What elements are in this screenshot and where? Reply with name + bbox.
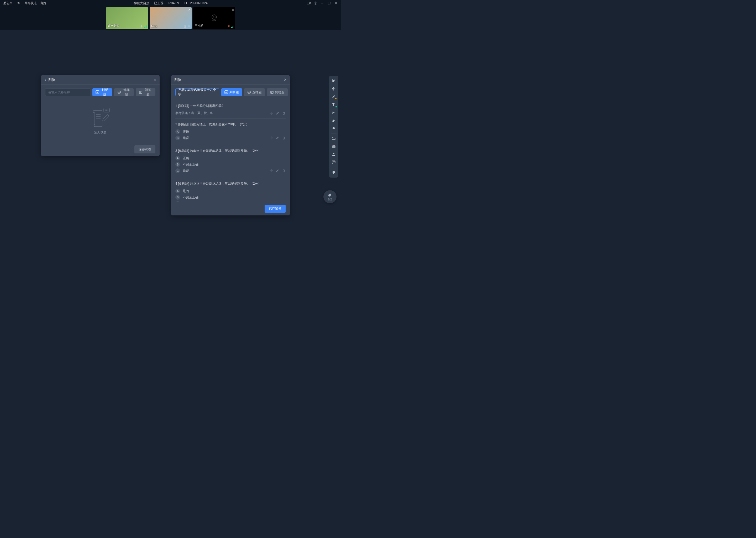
edit-icon[interactable] [276, 202, 279, 202]
svg-point-14 [118, 91, 120, 94]
svg-rect-8 [188, 25, 190, 27]
add-short-button[interactable]: 简答题 [267, 88, 288, 96]
session-id: ID：2020070324 [184, 1, 208, 6]
svg-rect-0 [307, 2, 309, 4]
delete-icon[interactable] [282, 202, 286, 202]
back-icon[interactable] [44, 79, 47, 81]
video-close-icon[interactable]: ✕ [188, 8, 191, 12]
panel-title: 测验 [48, 78, 55, 82]
top-bar: 丢包率：0% 网络状态：良好 神秘大自然 已上课：02:34:09 ID：202… [0, 0, 341, 6]
panel-close-icon[interactable]: ✕ [284, 78, 287, 82]
option-badge: B [175, 162, 180, 167]
svg-point-31 [332, 111, 333, 112]
move-icon[interactable] [269, 136, 273, 140]
edit-icon[interactable] [276, 136, 279, 140]
delete-icon[interactable] [282, 136, 286, 140]
question-item: 1 [简答题] 一年四季分别是哪四季?参考答案：春、夏、秋、冬 [175, 100, 286, 119]
expand-icon[interactable] [183, 25, 187, 28]
camera-toggle-icon[interactable] [307, 1, 311, 5]
pen-tool-icon[interactable] [330, 93, 337, 100]
svg-rect-25 [225, 91, 228, 94]
add-short-button[interactable]: 简答题 [136, 88, 155, 96]
question-item: 4 [多选题] 施华洛世奇是反华品牌，所以梁鼎琪反华。（2分）A是的B不完全正确… [175, 178, 286, 202]
bell-tool-icon[interactable] [330, 169, 337, 176]
move-icon[interactable] [269, 202, 273, 202]
add-judge-button[interactable]: 判断题 [92, 88, 112, 96]
scissors-tool-icon[interactable] [330, 109, 337, 116]
quiz-name-input[interactable] [45, 88, 90, 96]
video-strip: 叮当老师 ✕ Nina ✕ 王小明 [0, 6, 341, 30]
mic-icon [187, 25, 191, 28]
user-tool-icon[interactable] [330, 150, 337, 158]
option-text: 不完全正确 [183, 162, 199, 167]
edit-icon[interactable] [276, 169, 279, 173]
text-tool-icon[interactable]: T [330, 101, 337, 108]
question-item: 3 [单选题] 施华洛世奇是反华品牌，所以梁鼎琪反华。（2分）A正确B不完全正确… [175, 145, 286, 178]
video-tile-student[interactable]: ✕ 王小明 [193, 7, 235, 29]
folder-tool-icon[interactable] [330, 135, 337, 142]
hand-raise-button[interactable]: 0/2 [323, 190, 337, 203]
mic-muted-icon [227, 25, 230, 28]
save-quiz-button[interactable]: 保存试卷 [134, 145, 155, 153]
svg-point-24 [108, 110, 108, 110]
question-actions [269, 169, 286, 173]
svg-point-33 [333, 127, 335, 129]
delete-icon[interactable] [282, 111, 286, 115]
option-row: A正确 [175, 156, 286, 161]
move-tool-icon[interactable] [330, 85, 337, 92]
edit-icon[interactable] [276, 111, 279, 115]
option-row: C错误 [175, 168, 286, 173]
close-icon[interactable] [334, 1, 338, 5]
video-tile-teacher[interactable]: 叮当老师 [106, 7, 148, 29]
eraser-tool-icon[interactable] [330, 117, 337, 124]
gear-icon[interactable] [313, 1, 318, 5]
right-toolbar: T [329, 76, 338, 178]
empty-text: 暂无试题 [94, 130, 107, 135]
questions-scroll[interactable]: 1 [简答题] 一年四季分别是哪四季?参考答案：春、夏、秋、冬 2 [判断题] … [175, 100, 288, 202]
empty-state: 暂无试题 [45, 100, 155, 141]
option-text: 正确 [183, 130, 189, 134]
question-title: 4 [多选题] 施华洛世奇是反华品牌，所以梁鼎琪反华。（2分） [175, 181, 286, 186]
video-close-icon[interactable]: ✕ [232, 8, 234, 12]
add-choice-button[interactable]: 选择题 [114, 88, 134, 96]
add-judge-button[interactable]: 判断题 [221, 88, 242, 96]
signal-icon [231, 26, 234, 28]
move-icon[interactable] [269, 111, 273, 115]
video-tile-student[interactable]: ✕ Nina [150, 7, 192, 29]
svg-point-37 [333, 162, 333, 162]
signal-icon [144, 26, 147, 28]
svg-point-38 [333, 162, 334, 162]
svg-point-26 [248, 91, 251, 94]
class-title: 神秘大自然 [134, 1, 149, 6]
panel-close-icon[interactable]: ✕ [154, 78, 157, 82]
cursor-tool-icon[interactable] [330, 77, 337, 84]
question-title: 2 [判断题] 我国宪法上一次更新是在2020年。（2分） [175, 122, 286, 127]
toolbox-tool-icon[interactable] [330, 143, 337, 150]
svg-point-1 [315, 3, 316, 4]
video-name: 叮当老师 [108, 24, 119, 28]
minimize-icon[interactable] [320, 1, 324, 5]
option-badge: C [175, 168, 180, 173]
network-status: 网络状态：良好 [24, 1, 46, 6]
quiz-name-input[interactable]: 产品说试卷名称最多十六个字 [175, 88, 219, 96]
color-tool-icon[interactable] [330, 125, 337, 132]
svg-rect-15 [139, 91, 142, 93]
webcam-off-icon [209, 13, 219, 24]
option-badge: A [175, 129, 180, 134]
question-actions [269, 111, 286, 115]
video-name: 王小明 [195, 24, 204, 28]
add-choice-button[interactable]: 选择题 [244, 88, 265, 96]
svg-rect-5 [141, 25, 142, 27]
maximize-icon[interactable] [327, 1, 331, 5]
svg-point-35 [333, 153, 334, 154]
delete-icon[interactable] [282, 169, 286, 173]
chat-tool-icon[interactable] [330, 158, 337, 166]
save-quiz-button[interactable]: 保存试卷 [264, 205, 286, 213]
option-text: 是的 [183, 189, 189, 193]
question-title: 1 [简答题] 一年四季分别是哪四季? [175, 103, 286, 108]
svg-point-39 [334, 162, 335, 162]
quiz-panel-empty: 测验 ✕ 判断题 选择题 简答题 暂无试题 保存试卷 [41, 75, 160, 156]
question-item: 2 [判断题] 我国宪法上一次更新是在2020年。（2分）A正确B错误 [175, 119, 286, 145]
svg-point-9 [212, 15, 216, 20]
move-icon[interactable] [269, 169, 273, 173]
